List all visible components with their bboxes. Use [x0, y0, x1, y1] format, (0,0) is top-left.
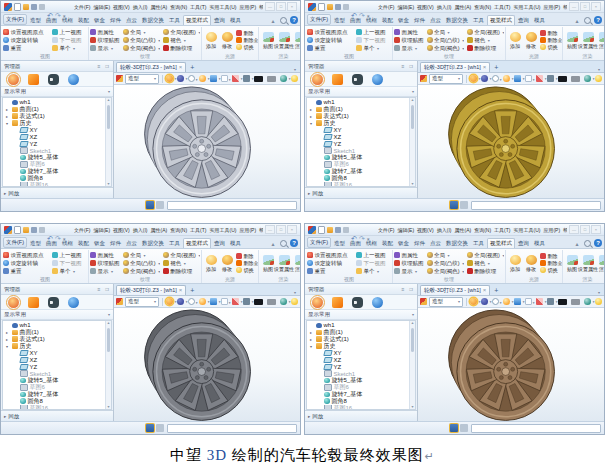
ribbon-tab[interactable]: 焊件	[412, 16, 427, 25]
ribbon-button[interactable]: 下一视图	[52, 259, 87, 267]
ribbon-button[interactable]: 渲染	[596, 32, 605, 49]
close-tab-icon[interactable]: ×	[483, 288, 487, 293]
menu-item[interactable]: 文件(F)	[378, 227, 394, 233]
tree-item[interactable]: XZ	[308, 356, 409, 363]
material-ball-icon[interactable]	[280, 298, 287, 305]
menu-item[interactable]: 应用(P)	[543, 4, 560, 10]
quick-menu-icon[interactable]	[367, 4, 373, 10]
ribbon-button[interactable]: 全局(凸纹)	[123, 259, 160, 267]
ribbon-button[interactable]: 设置属性	[276, 32, 292, 49]
expander-icon[interactable]: ▾	[310, 344, 314, 349]
close-tab-icon[interactable]: ×	[179, 65, 183, 70]
print-icon[interactable]	[39, 4, 45, 10]
ribbon-tab[interactable]: 装配	[380, 16, 395, 25]
menu-item[interactable]: 编辑(E)	[93, 4, 110, 10]
tree-item[interactable]: YZ	[308, 140, 409, 147]
panel-dock-icon[interactable]	[408, 286, 414, 292]
menu-item[interactable]: 插入(I)	[437, 4, 452, 10]
menu-item[interactable]: 帮助(H)	[563, 227, 567, 233]
document-tab[interactable]: 轮毂-3D打印.Z3 - [wh1] ×	[420, 62, 490, 72]
ribbon-button[interactable]: 全局	[123, 251, 160, 259]
new-file-icon[interactable]	[14, 226, 21, 234]
manager-filter[interactable]: 显示常用 ▾	[1, 310, 113, 320]
playback-bar[interactable]: ▸ 回放	[305, 187, 417, 198]
ribbon-button[interactable]: 删除全部	[540, 37, 563, 44]
ribbon-button[interactable]: 全局(凸纹)	[123, 36, 160, 44]
white-image-icon[interactable]	[525, 298, 532, 305]
assembly-manager-icon[interactable]	[28, 297, 39, 308]
scroll-thumb[interactable]	[107, 105, 110, 129]
quick-menu-icon[interactable]	[367, 227, 373, 233]
view-manager-icon[interactable]	[372, 297, 383, 308]
menu-item[interactable]: 实用工具(U)	[513, 227, 540, 233]
background-image-icon[interactable]	[210, 298, 217, 305]
expander-icon[interactable]: ▸	[6, 337, 10, 342]
open-file-icon[interactable]	[23, 227, 29, 233]
black-swatch-icon[interactable]	[254, 299, 263, 305]
ribbon-tab[interactable]: 工具	[167, 239, 182, 248]
gray-swatch-icon[interactable]	[571, 299, 580, 305]
panel-dock-icon[interactable]	[104, 286, 110, 292]
ribbon-button[interactable]: 纹理贴图	[394, 259, 424, 267]
ribbon-tab[interactable]: 查询	[212, 16, 227, 25]
ribbon-button[interactable]: 删除纹理	[467, 44, 504, 52]
help-icon[interactable]	[594, 239, 602, 247]
shape-filter-icon[interactable]	[420, 75, 427, 82]
menu-item[interactable]: 应用(P)	[239, 227, 256, 233]
panel-dock-icon[interactable]	[104, 63, 110, 69]
tree-scrollbar[interactable]: ▲ ▼	[409, 321, 415, 409]
quick-menu-icon[interactable]	[63, 4, 69, 10]
window-button[interactable]: □	[580, 225, 590, 234]
ribbon-button[interactable]: 上一视图	[52, 251, 87, 259]
quick-menu-icon[interactable]	[63, 227, 69, 233]
document-tab[interactable]: 轮毂-3D打印.Z3 - [wh1] ×	[116, 285, 186, 295]
menu-item[interactable]: 属性(A)	[150, 4, 167, 10]
ribbon-tab[interactable]: 点云	[428, 239, 443, 248]
tree-item[interactable]: YZ	[4, 140, 105, 147]
tree-item[interactable]: ▸ 曲面(1)	[308, 329, 409, 336]
expander-icon[interactable]: ▸	[6, 330, 10, 335]
menu-item[interactable]: 查询(N)	[474, 4, 491, 10]
wireframe-icon[interactable]	[492, 75, 499, 82]
ribbon-tab[interactable]: 数据交换	[140, 239, 166, 248]
tree-item[interactable]: XZ	[4, 133, 105, 140]
undo-icon[interactable]	[351, 4, 357, 10]
tree-item[interactable]: XZ	[308, 133, 409, 140]
ribbon-button[interactable]: 褪色	[163, 36, 200, 44]
ribbon-button[interactable]: 纹理贴图	[394, 36, 424, 44]
background-image-icon[interactable]	[210, 75, 217, 82]
render-ball-icon[interactable]	[199, 75, 206, 82]
ribbon-button[interactable]: 下一视图	[356, 259, 391, 267]
tree-item[interactable]: 旋转5_基体	[4, 377, 105, 384]
ribbon-button[interactable]: 设定旋转轴	[3, 259, 49, 267]
tree-item[interactable]: XY	[308, 350, 409, 357]
white-image-icon[interactable]	[525, 75, 532, 82]
tree-item[interactable]: ▾ 历史	[4, 343, 105, 350]
menu-item[interactable]: 应用(P)	[543, 227, 560, 233]
ribbon-button[interactable]: 设定旋转轴	[307, 259, 353, 267]
menu-item[interactable]: 应用(P)	[239, 4, 256, 10]
gray-swatch-icon[interactable]	[571, 76, 580, 82]
expander-icon[interactable]: ▸	[310, 337, 314, 342]
table-view-icon[interactable]	[146, 424, 154, 432]
ribbon-tab[interactable]: 造型	[332, 16, 347, 25]
tree-item[interactable]: Sketch1	[308, 370, 409, 377]
menu-item[interactable]: 帮助(H)	[259, 4, 263, 10]
ribbon-tab[interactable]: 钣金	[92, 239, 107, 248]
ribbon-button[interactable]: 删除	[540, 30, 563, 37]
ribbon-button[interactable]: 褪色	[467, 259, 504, 267]
save-icon[interactable]	[335, 4, 341, 10]
scroll-down-icon[interactable]: ▼	[107, 405, 110, 409]
expander-icon[interactable]: ▾	[310, 121, 314, 126]
help-icon[interactable]	[290, 16, 298, 24]
manager-filter[interactable]: 显示常用 ▾	[305, 310, 417, 320]
tree-item[interactable]: 草图16	[308, 405, 409, 410]
tree-item[interactable]: 圆角8	[308, 175, 409, 182]
panel-dock-icon[interactable]	[408, 63, 414, 69]
menu-item[interactable]: 帮助(H)	[563, 4, 567, 10]
tree-item[interactable]: 草图6	[4, 161, 105, 168]
ribbon-button[interactable]: 设置属性	[580, 32, 596, 49]
list-view-icon[interactable]	[156, 201, 164, 209]
playback-bar[interactable]: ▸ 回放	[305, 410, 417, 421]
ribbon-button[interactable]: 切换	[236, 44, 259, 51]
